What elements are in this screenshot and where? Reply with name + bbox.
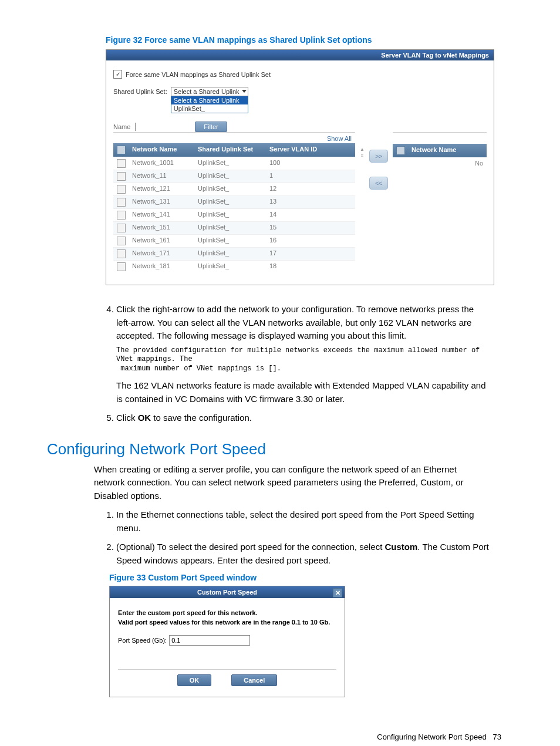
cell-sus: UplinkSet_ xyxy=(194,183,266,195)
page-footer: Configuring Network Port Speed 73 xyxy=(47,733,513,741)
footer-text: Configuring Network Port Speed xyxy=(377,733,486,741)
cell-vlan: 12 xyxy=(266,183,355,195)
col-sus: Shared Uplink Set xyxy=(194,143,266,157)
filter-button[interactable]: Filter xyxy=(195,121,227,132)
table-header: Network Name Shared Uplink Set Server VL… xyxy=(113,143,355,157)
right-select-all-checkbox[interactable] xyxy=(396,146,405,155)
sus-option-1[interactable]: Select a Shared Uplink xyxy=(171,96,248,104)
cancel-button[interactable]: Cancel xyxy=(231,674,277,686)
cell-network-name: Network_121 xyxy=(129,183,194,195)
cell-network-name: Network_151 xyxy=(129,222,194,234)
table-row[interactable]: Network_131UplinkSet_13 xyxy=(113,195,355,208)
step-4-text-b: The 162 VLAN networks feature is made av… xyxy=(116,380,486,404)
col-vlan-id: Server VLAN ID xyxy=(266,143,355,157)
step-4: Click the right-arrow to add the network… xyxy=(116,303,490,406)
row-checkbox[interactable] xyxy=(117,249,126,258)
cell-vlan: 18 xyxy=(266,261,355,273)
section-intro-para: When creating or editing a server profil… xyxy=(94,463,490,503)
ps-step-2: (Optional) To select the desired port sp… xyxy=(116,541,490,567)
row-checkbox[interactable] xyxy=(117,185,126,194)
cell-vlan: 16 xyxy=(266,235,355,247)
cell-sus: UplinkSet_ xyxy=(194,196,266,208)
cell-sus: UplinkSet_ xyxy=(194,157,266,170)
cell-sus: UplinkSet_ xyxy=(194,248,266,260)
table-row[interactable]: Network_171UplinkSet_17 xyxy=(113,247,355,260)
cell-vlan: 15 xyxy=(266,222,355,234)
custom-port-speed-dialog: Custom Port Speed ✕ Enter the custom por… xyxy=(109,586,345,697)
ok-button[interactable]: OK xyxy=(177,674,212,686)
right-col-network-name: Network Name xyxy=(408,144,487,157)
row-checkbox[interactable] xyxy=(117,224,126,232)
row-checkbox[interactable] xyxy=(117,211,126,220)
cell-sus: UplinkSet_ xyxy=(194,170,266,183)
cell-sus: UplinkSet_ xyxy=(194,235,266,247)
table-row[interactable]: Network_151UplinkSet_15 xyxy=(113,221,355,234)
table-row[interactable]: Network_141UplinkSet_14 xyxy=(113,208,355,221)
step-5-bold: OK xyxy=(138,413,151,423)
row-checkbox[interactable] xyxy=(117,262,126,271)
cell-network-name: Network_141 xyxy=(129,209,194,221)
force-vlan-checkbox[interactable]: ✓ xyxy=(113,70,122,79)
step-4-message: The provided configuration for multiple … xyxy=(116,346,490,374)
select-all-checkbox[interactable] xyxy=(117,146,126,154)
procedure-steps-4-5: Click the right-arrow to add the network… xyxy=(70,303,490,425)
cell-vlan: 100 xyxy=(266,157,355,170)
shared-uplink-row: Shared Uplink Set: Select a Shared Uplin… xyxy=(113,87,487,113)
cell-sus: UplinkSet_ xyxy=(194,209,266,221)
remove-arrow-button[interactable]: << xyxy=(369,177,388,190)
vlan-mapping-panel: Server VLAN Tag to vNet Mappings ✓ Force… xyxy=(106,49,494,285)
sus-dropdown: Select a Shared Uplink UplinkSet_ xyxy=(171,96,248,113)
step-4-text-a: Click the right-arrow to add the network… xyxy=(116,304,474,340)
add-arrow-button[interactable]: >> xyxy=(369,150,388,163)
scroll-indicator: ▲≡ xyxy=(360,132,365,158)
row-checkbox[interactable] xyxy=(117,172,126,181)
cell-network-name: Network_171 xyxy=(129,248,194,260)
name-input[interactable] xyxy=(135,123,136,131)
table-row[interactable]: Network_181UplinkSet_18 xyxy=(113,260,355,273)
cell-vlan: 13 xyxy=(266,196,355,208)
ps-step-2-bold: Custom xyxy=(385,542,418,552)
cell-network-name: Network_1001 xyxy=(129,157,194,170)
section-title: Configuring Network Port Speed xyxy=(47,440,513,458)
table-row[interactable]: Network_121UplinkSet_12 xyxy=(113,183,355,195)
dialog-titlebar: Custom Port Speed ✕ xyxy=(110,586,345,598)
dialog-title: Custom Port Speed xyxy=(197,589,257,596)
port-speed-input[interactable] xyxy=(169,635,250,646)
show-all-link[interactable]: Show All xyxy=(113,135,355,142)
ps-step-2-pre: (Optional) To select the desired port sp… xyxy=(116,542,385,552)
ps-step-1: In the Ethernet connections table, selec… xyxy=(116,508,490,535)
close-icon[interactable]: ✕ xyxy=(333,588,342,598)
row-checkbox[interactable] xyxy=(117,198,126,207)
sus-select[interactable]: Select a Shared Uplink xyxy=(171,87,248,96)
available-networks-table: Show All Network Name Shared Uplink Set … xyxy=(113,132,355,273)
table-row[interactable]: Network_1001UplinkSet_100 xyxy=(113,157,355,170)
force-vlan-checkbox-row: ✓ Force same VLAN mappings as Shared Upl… xyxy=(113,70,487,79)
table-row[interactable]: Network_161UplinkSet_16 xyxy=(113,234,355,247)
cell-network-name: Network_11 xyxy=(129,170,194,183)
right-table-header: Network Name xyxy=(393,144,487,157)
step-5: Click OK to save the configuration. xyxy=(116,411,490,425)
cell-network-name: Network_161 xyxy=(129,235,194,247)
selected-networks-table: Network Name No xyxy=(393,132,487,169)
dialog-instruction: Enter the custom port speed for this net… xyxy=(118,609,336,627)
step-5-pre: Click xyxy=(116,413,138,423)
figure33-caption: Figure 33 Custom Port Speed window xyxy=(109,573,513,582)
cell-network-name: Network_131 xyxy=(129,196,194,208)
port-speed-label: Port Speed (Gb): xyxy=(118,637,167,644)
force-vlan-label: Force same VLAN mappings as Shared Uplin… xyxy=(126,71,271,78)
footer-page: 73 xyxy=(493,733,501,741)
name-label: Name xyxy=(113,123,130,130)
cell-vlan: 17 xyxy=(266,248,355,260)
sus-option-2[interactable]: UplinkSet_ xyxy=(171,104,248,113)
figure32-caption: Figure 32 Force same VLAN mappings as Sh… xyxy=(106,35,513,45)
cell-sus: UplinkSet_ xyxy=(194,261,266,273)
table-row[interactable]: Network_11UplinkSet_1 xyxy=(113,170,355,183)
cell-network-name: Network_181 xyxy=(129,261,194,273)
row-checkbox[interactable] xyxy=(117,159,126,168)
col-network-name: Network Name xyxy=(129,143,194,157)
row-checkbox[interactable] xyxy=(117,237,126,245)
cell-sus: UplinkSet_ xyxy=(194,222,266,234)
step-5-post: to save the configuration. xyxy=(151,413,252,423)
cell-vlan: 1 xyxy=(266,170,355,183)
procedure-steps-1-2: In the Ethernet connections table, selec… xyxy=(70,508,490,567)
